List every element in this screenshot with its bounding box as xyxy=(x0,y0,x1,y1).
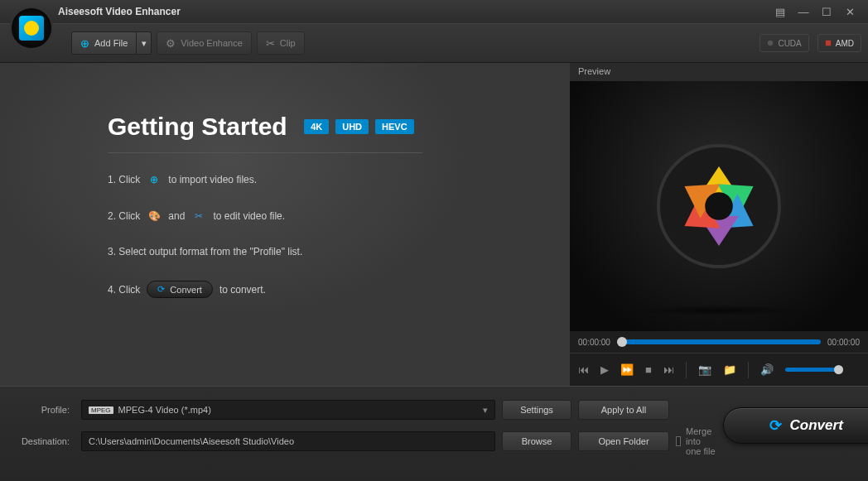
app-logo xyxy=(10,7,53,50)
time-current: 00:00:00 xyxy=(578,338,610,347)
playback-controls: ⏮ ▶ ⏩ ■ ⏭ 📷 📁 🔊 xyxy=(570,353,868,386)
step-2: 2. Click 🎨 and ✂ to edit video file. xyxy=(108,209,537,223)
svg-rect-1 xyxy=(826,41,831,46)
maximize-button[interactable]: ☐ xyxy=(817,4,837,19)
badge-hevc: HEVC xyxy=(375,119,414,134)
add-file-button-group: ⊕ Add File ▾ xyxy=(71,31,152,55)
timeline: 00:00:00 00:00:00 xyxy=(570,331,868,353)
scissors-icon: ✂ xyxy=(191,209,206,223)
titlebar: Aiseesoft Video Enhancer ▤ — ☐ ✕ xyxy=(0,0,868,23)
profile-select[interactable]: MPEG MPEG-4 Video (*.mp4) ▾ xyxy=(81,400,495,420)
enhance-icon: ⚙ xyxy=(166,37,176,50)
format-icon: MPEG xyxy=(89,406,113,414)
chevron-down-icon: ▾ xyxy=(483,405,488,416)
preview-panel: Preview 00:00:00 xyxy=(570,63,868,386)
page-title: Getting Started xyxy=(108,113,287,141)
preview-canvas xyxy=(570,81,868,331)
time-total: 00:00:00 xyxy=(827,338,860,347)
amd-badge: AMD xyxy=(817,34,861,52)
step-4: 4. Click ⟳ Convert to convert. xyxy=(108,281,537,298)
getting-started-panel: Getting Started 4K UHD HEVC 1. Click ⊕ t… xyxy=(0,63,570,386)
badge-4k: 4K xyxy=(304,119,329,134)
settings-button[interactable]: Settings xyxy=(502,400,571,420)
svg-point-2 xyxy=(705,192,733,220)
minimize-button[interactable]: — xyxy=(793,4,813,19)
merge-checkbox[interactable]: Merge into one file xyxy=(676,426,716,456)
palette-icon: 🎨 xyxy=(147,209,162,223)
add-file-icon: ⊕ xyxy=(147,173,162,186)
video-enhance-button[interactable]: ⚙ Video Enhance xyxy=(157,31,251,55)
profile-label: Profile: xyxy=(15,405,75,415)
menu-icon[interactable]: ▤ xyxy=(770,4,790,19)
browse-button[interactable]: Browse xyxy=(502,431,571,451)
fast-forward-button[interactable]: ⏩ xyxy=(620,363,634,376)
open-folder-button[interactable]: 📁 xyxy=(723,363,736,376)
refresh-icon: ⟳ xyxy=(157,284,165,295)
step-3: 3. Select output format from the "Profil… xyxy=(108,246,537,257)
convert-pill: ⟳ Convert xyxy=(147,281,213,298)
convert-button[interactable]: ⟳ Convert xyxy=(723,407,868,444)
checkbox-icon xyxy=(676,436,681,446)
step-1: 1. Click ⊕ to import video files. xyxy=(108,173,537,186)
prev-button[interactable]: ⏮ xyxy=(578,363,589,376)
next-button[interactable]: ⏭ xyxy=(663,363,674,376)
bottom-panel: Profile: MPEG MPEG-4 Video (*.mp4) ▾ Set… xyxy=(0,386,868,481)
add-file-button[interactable]: ⊕ Add File xyxy=(71,31,137,55)
preview-label: Preview xyxy=(570,63,868,81)
cuda-badge: CUDA xyxy=(760,34,808,52)
open-folder-button[interactable]: Open Folder xyxy=(578,431,669,451)
amd-icon xyxy=(825,40,832,46)
play-button[interactable]: ▶ xyxy=(600,363,609,376)
apply-all-button[interactable]: Apply to All xyxy=(578,400,669,420)
destination-label: Destination: xyxy=(15,436,75,446)
scissors-icon: ✂ xyxy=(266,37,275,50)
nvidia-icon xyxy=(767,40,774,46)
stop-button[interactable]: ■ xyxy=(645,363,652,376)
svg-point-0 xyxy=(768,41,773,46)
add-file-icon: ⊕ xyxy=(80,37,89,50)
app-title: Aiseesoft Video Enhancer xyxy=(58,6,181,17)
volume-icon[interactable]: 🔊 xyxy=(760,363,774,376)
seek-slider[interactable] xyxy=(617,339,821,344)
snapshot-button[interactable]: 📷 xyxy=(698,363,711,376)
clip-button[interactable]: ✂ Clip xyxy=(257,31,305,55)
add-file-dropdown[interactable]: ▾ xyxy=(137,31,152,55)
close-button[interactable]: ✕ xyxy=(840,4,860,19)
divider xyxy=(108,152,422,153)
badge-uhd: UHD xyxy=(335,119,369,134)
toolbar: ⊕ Add File ▾ ⚙ Video Enhance ✂ Clip CUDA… xyxy=(0,23,868,63)
volume-slider[interactable] xyxy=(785,368,843,372)
aperture-logo xyxy=(657,144,781,268)
refresh-icon: ⟳ xyxy=(769,416,782,435)
destination-field[interactable]: C:\Users\admin\Documents\Aiseesoft Studi… xyxy=(81,431,495,451)
